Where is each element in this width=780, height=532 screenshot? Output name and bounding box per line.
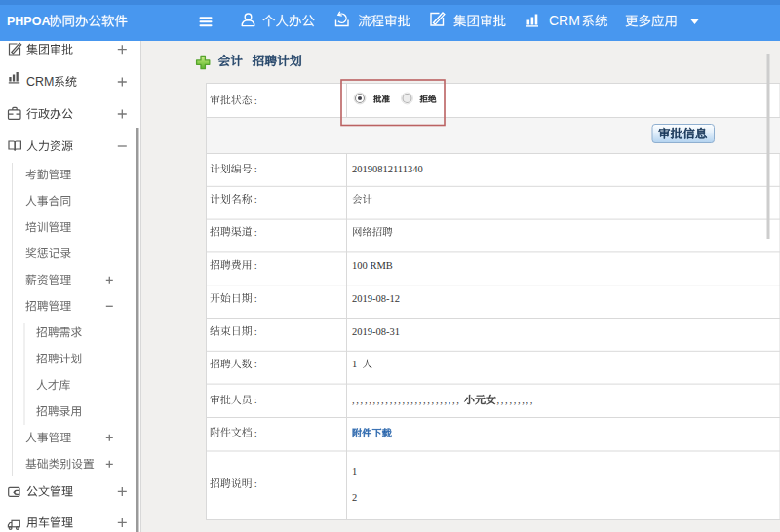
svg-text::: : (254, 259, 257, 271)
svg-text::: : (254, 163, 257, 174)
svg-text:1: 1 (352, 466, 357, 476)
svg-text::: : (254, 325, 257, 337)
svg-text::: : (254, 477, 257, 489)
svg-text:CRM: CRM (26, 75, 54, 89)
svg-text::: : (254, 95, 257, 106)
svg-text:,,,,,,,,,: ,,,,,,,,, (497, 395, 535, 405)
svg-text::: : (254, 427, 257, 438)
svg-text::: : (254, 193, 257, 205)
svg-text::: : (254, 394, 257, 405)
svg-text:2019-08-12: 2019-08-12 (352, 293, 400, 304)
svg-text:100 RMB: 100 RMB (352, 260, 393, 271)
svg-text:2019-08-31: 2019-08-31 (352, 326, 400, 337)
svg-text:PHPOA: PHPOA (7, 15, 50, 28)
svg-text:1: 1 (352, 359, 357, 369)
svg-text::: : (254, 292, 257, 304)
svg-text:2: 2 (352, 492, 357, 503)
svg-text::: : (254, 358, 257, 369)
svg-text:CRM: CRM (549, 13, 580, 28)
svg-text::: : (254, 226, 257, 238)
svg-text:,,,,,,,,,,,,,,,,,,,,,,,,,,: ,,,,,,,,,,,,,,,,,,,,,,,,,, (352, 395, 461, 405)
svg-text:20190812111340: 20190812111340 (352, 164, 423, 174)
